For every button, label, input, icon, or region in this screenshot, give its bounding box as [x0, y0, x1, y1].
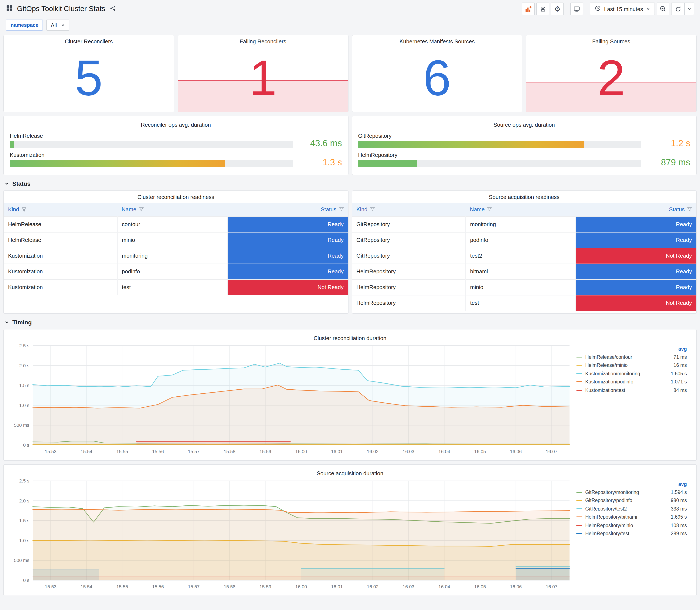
- legend-avg-header[interactable]: avg: [576, 346, 687, 353]
- gauge-row-helmrepository: HelmRepository879 ms: [358, 152, 690, 167]
- panel-title[interactable]: Source ops avg. duration: [358, 118, 690, 129]
- legend-item-helmrepository-bitnami[interactable]: HelmRepository/bitnami1.695 s: [576, 513, 687, 521]
- time-series-plot[interactable]: 0 s500 ms1.0 s1.5 s2.0 s2.5 s15:5315:541…: [8, 342, 575, 457]
- svg-text:15:54: 15:54: [81, 449, 92, 454]
- legend-series-avg: 1.071 s: [671, 380, 687, 385]
- svg-text:16:07: 16:07: [546, 584, 557, 589]
- panel-title[interactable]: Source acquisition duration: [8, 467, 692, 477]
- variable-select-namespace[interactable]: All: [47, 19, 69, 31]
- filter-icon[interactable]: [487, 207, 492, 213]
- cell-name: test2: [466, 248, 576, 263]
- gauge-row-helmrelease: HelmRelease43.6 ms: [10, 133, 342, 148]
- series-color-icon: [576, 365, 582, 366]
- legend-item-gitrepository-podinfo[interactable]: GitRepository/podinfo980 ms: [576, 496, 687, 504]
- share-icon[interactable]: [110, 5, 116, 13]
- panel-title[interactable]: Failing Sources: [526, 35, 696, 46]
- cell-status: Ready: [576, 232, 696, 248]
- legend-item-helmrelease-contour[interactable]: HelmRelease/contour71 ms: [576, 353, 687, 361]
- dashboard-settings-button[interactable]: ⚙: [551, 2, 564, 15]
- gauge-track: [358, 160, 641, 167]
- panel-title[interactable]: Cluster reconciliation duration: [8, 332, 692, 342]
- svg-text:15:57: 15:57: [188, 584, 199, 589]
- legend-item-helmrepository-test[interactable]: HelmRepository/test289 ms: [576, 529, 687, 538]
- status-badge: Ready: [228, 232, 348, 247]
- gauge-main: GitRepository: [358, 133, 641, 148]
- stat-panel-cluster-reconcilers: Cluster Reconcilers5: [3, 35, 174, 112]
- legend-item-helmrelease-minio[interactable]: HelmRelease/minio16 ms: [576, 361, 687, 369]
- top-nav-right: ⚙ Last 15 minutes: [522, 2, 694, 15]
- panel-title[interactable]: Source acquisition readiness: [352, 191, 696, 201]
- status-badge: Ready: [228, 264, 348, 279]
- table-row: HelmRepositorytestNot Ready: [352, 295, 696, 310]
- legend-item-helmrepository-minio[interactable]: HelmRepository/minio108 ms: [576, 521, 687, 529]
- cycle-view-button[interactable]: [570, 2, 583, 15]
- legend-series-avg: 338 ms: [671, 506, 687, 511]
- cell-status: Ready: [576, 216, 696, 232]
- zoom-out-button[interactable]: [657, 2, 669, 15]
- gauge-label: GitRepository: [358, 133, 641, 139]
- refresh-button[interactable]: [671, 3, 684, 15]
- legend-series-name: HelmRepository/minio: [585, 523, 667, 528]
- time-series-plot[interactable]: 0 s500 ms1.0 s1.5 s2.0 s2.5 s15:5315:541…: [8, 477, 575, 592]
- cell-kind: GitRepository: [352, 232, 466, 248]
- svg-text:1.0 s: 1.0 s: [19, 403, 29, 408]
- panel-title[interactable]: Kubernetes Manifests Sources: [352, 35, 522, 46]
- column-header-kind[interactable]: Kind: [352, 203, 466, 216]
- filter-icon[interactable]: [370, 207, 375, 213]
- svg-text:15:59: 15:59: [259, 584, 271, 589]
- legend-item-kustomization-test[interactable]: Kustomization/test84 ms: [576, 386, 687, 394]
- series-color-icon: [576, 517, 582, 517]
- filter-icon[interactable]: [687, 207, 692, 213]
- gauges-row: Reconciler ops avg. durationHelmRelease4…: [3, 116, 697, 175]
- table-row: HelmReleasecontourReady: [4, 216, 348, 232]
- legend-item-kustomization-podinfo[interactable]: Kustomization/podinfo1.071 s: [576, 378, 687, 386]
- column-label: Kind: [8, 206, 19, 213]
- legend-series-name: GitRepository/test2: [585, 506, 667, 511]
- save-dashboard-button[interactable]: [536, 2, 549, 15]
- svg-text:0 s: 0 s: [23, 443, 29, 448]
- legend-series-avg: 84 ms: [673, 388, 687, 393]
- filter-icon[interactable]: [22, 207, 26, 213]
- legend-item-gitrepository-test2[interactable]: GitRepository/test2338 ms: [576, 504, 687, 513]
- legend-avg-header[interactable]: avg: [576, 481, 687, 488]
- svg-text:15:53: 15:53: [45, 449, 56, 454]
- legend-item-kustomization-monitoring[interactable]: Kustomization/monitoring1.605 s: [576, 369, 687, 378]
- column-header-name[interactable]: Name: [117, 203, 227, 216]
- filter-icon[interactable]: [339, 207, 344, 213]
- section-status[interactable]: Status: [4, 180, 696, 187]
- panel-title[interactable]: Cluster Reconcilers: [4, 35, 174, 46]
- table-row: HelmRepositorybitnamiReady: [352, 263, 696, 279]
- dashboards-grid-icon[interactable]: [6, 5, 13, 13]
- time-range-picker[interactable]: Last 15 minutes: [590, 2, 655, 15]
- cell-status: Ready: [227, 232, 348, 248]
- column-header-kind[interactable]: Kind: [4, 203, 117, 216]
- panel-source-acquisition-readiness: Source acquisition readinessKindNameStat…: [352, 190, 697, 314]
- legend-series-avg: 16 ms: [673, 363, 687, 368]
- svg-text:2.0 s: 2.0 s: [19, 498, 29, 503]
- cell-kind: HelmRepository: [352, 295, 466, 310]
- panel-title[interactable]: Cluster reconciliation readiness: [4, 191, 348, 201]
- filter-icon[interactable]: [139, 207, 144, 213]
- variables-bar: namespace All: [0, 18, 700, 35]
- column-header-name[interactable]: Name: [466, 203, 576, 216]
- refresh-interval-dropdown[interactable]: [684, 3, 694, 15]
- panel-title[interactable]: Reconciler ops avg. duration: [10, 118, 342, 129]
- add-panel-button[interactable]: [522, 2, 535, 15]
- cell-status: Ready: [227, 216, 348, 232]
- column-header-status[interactable]: Status: [227, 203, 348, 216]
- status-badge: Not Ready: [576, 295, 696, 310]
- chevron-down-icon: [646, 6, 650, 12]
- panel-cluster-reconciliation-readiness: Cluster reconciliation readinessKindName…: [3, 190, 348, 314]
- cell-name: podinfo: [117, 263, 227, 279]
- status-badge: Ready: [576, 232, 696, 247]
- section-timing[interactable]: Timing: [4, 319, 696, 326]
- cell-kind: HelmRepository: [352, 263, 466, 279]
- panel-title[interactable]: Failing Reconcilers: [178, 35, 348, 46]
- svg-text:15:54: 15:54: [81, 584, 92, 589]
- legend-item-gitrepository-monitoring[interactable]: GitRepository/monitoring1.594 s: [576, 488, 687, 496]
- column-header-status[interactable]: Status: [576, 203, 696, 216]
- cell-kind: Kustomization: [4, 279, 117, 295]
- svg-text:16:00: 16:00: [295, 584, 307, 589]
- series-color-icon: [576, 509, 582, 509]
- column-label: Name: [121, 206, 136, 213]
